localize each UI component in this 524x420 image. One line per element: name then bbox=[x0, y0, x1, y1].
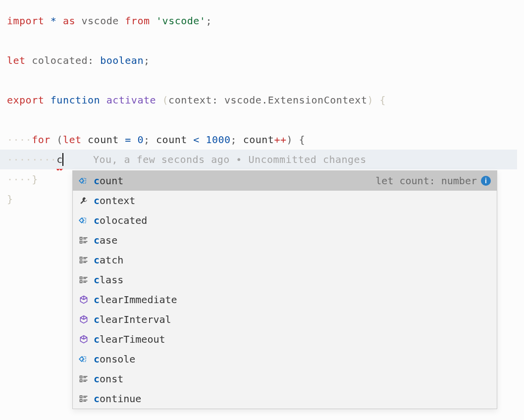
rbrace: } bbox=[7, 189, 13, 209]
code-line-blank bbox=[7, 110, 524, 130]
ident-colocated: colocated bbox=[32, 51, 88, 70]
info-icon[interactable]: i bbox=[481, 176, 491, 186]
suggest-item[interactable]: countlet count: numberi bbox=[73, 171, 497, 191]
suggest-item[interactable]: clearImmediate bbox=[73, 290, 497, 310]
code-line: export function activate ( context : vsc… bbox=[7, 90, 524, 110]
suggest-item[interactable]: colocated bbox=[73, 210, 497, 230]
code-line: let colocated : boolean ; bbox=[7, 51, 524, 70]
suggest-item[interactable]: continue bbox=[73, 389, 497, 409]
suggest-item[interactable]: console bbox=[73, 349, 497, 369]
keyword-icon bbox=[77, 255, 91, 265]
suggest-item-label: catch bbox=[91, 254, 123, 266]
num-zero: 0 bbox=[137, 130, 144, 150]
keyword-let: let bbox=[63, 130, 82, 150]
rbrace: } bbox=[32, 169, 38, 189]
whitespace-dots: ········ bbox=[7, 150, 56, 169]
suggest-item-label: const bbox=[91, 373, 123, 385]
module-icon bbox=[77, 295, 91, 305]
suggest-item-detail: let count: numberi bbox=[375, 175, 491, 187]
typed-char: c bbox=[56, 150, 63, 169]
dot: . bbox=[262, 90, 268, 110]
keyword-for: for bbox=[32, 130, 51, 150]
keyword-icon bbox=[77, 394, 91, 404]
func-activate: activate bbox=[106, 90, 156, 110]
git-blame-annotation: You, a few seconds ago • Uncommitted cha… bbox=[63, 150, 367, 169]
suggest-item-label: colocated bbox=[91, 214, 147, 226]
keyword-from: from bbox=[125, 11, 150, 31]
keyword-icon bbox=[77, 235, 91, 245]
semicolon: ; bbox=[144, 130, 150, 150]
module-icon bbox=[77, 334, 91, 344]
whitespace-dots: ···· bbox=[7, 130, 32, 150]
ident-count: count bbox=[243, 130, 274, 150]
suggest-item-label: clearImmediate bbox=[91, 294, 177, 306]
type-boolean: boolean bbox=[100, 51, 144, 70]
suggest-item-label: clearTimeout bbox=[91, 333, 165, 345]
suggest-item[interactable]: case bbox=[73, 230, 497, 250]
string-literal: 'vscode' bbox=[156, 11, 206, 31]
code-line-current[interactable]: ········ c You, a few seconds ago • Unco… bbox=[0, 150, 517, 169]
intellisense-widget[interactable]: countlet count: numbericontextcolocatedc… bbox=[72, 170, 497, 409]
star-token: * bbox=[51, 11, 57, 31]
suggest-item-label: case bbox=[91, 234, 117, 246]
suggest-item[interactable]: context bbox=[73, 191, 497, 210]
lbrace: { bbox=[299, 130, 306, 150]
op-increment: ++ bbox=[274, 130, 286, 150]
code-line: import * as vscode from 'vscode' ; bbox=[7, 11, 524, 31]
keyword-icon bbox=[77, 374, 91, 384]
ident-count: count bbox=[88, 130, 119, 150]
lbrace: { bbox=[380, 90, 386, 110]
param-context: context bbox=[168, 90, 212, 110]
code-line-blank bbox=[7, 31, 524, 51]
semicolon: ; bbox=[206, 11, 212, 31]
suggest-item[interactable]: const bbox=[73, 369, 497, 389]
suggest-item-label: count bbox=[91, 175, 123, 187]
ns-vscode: vscode bbox=[224, 90, 262, 110]
suggest-item-label: console bbox=[91, 353, 135, 365]
op-lt: < bbox=[193, 130, 200, 150]
suggest-item[interactable]: class bbox=[73, 270, 497, 290]
suggest-item-label: class bbox=[91, 274, 123, 286]
variable-icon bbox=[77, 176, 91, 186]
whitespace-dots: ···· bbox=[7, 169, 32, 189]
suggest-item-label: continue bbox=[91, 393, 141, 405]
suggest-item-label: clearInterval bbox=[91, 314, 171, 325]
keyword-function: function bbox=[51, 90, 100, 110]
keyword-export: export bbox=[7, 90, 44, 110]
wrench-icon bbox=[77, 196, 91, 206]
ident-count: count bbox=[156, 130, 187, 150]
ident-vscode: vscode bbox=[82, 11, 119, 31]
semicolon: ; bbox=[144, 51, 150, 70]
variable-icon bbox=[77, 354, 91, 364]
keyword-import: import bbox=[7, 11, 44, 31]
code-line: ···· for ( let count = 0 ; count < 1000 … bbox=[7, 130, 524, 150]
num-thousand: 1000 bbox=[206, 130, 230, 150]
op-eq: = bbox=[125, 130, 131, 150]
type-ext-ctx: ExtensionContext bbox=[268, 90, 367, 110]
suggest-item[interactable]: clearInterval bbox=[73, 310, 497, 329]
lparen: ( bbox=[56, 130, 63, 150]
colon: : bbox=[212, 90, 218, 110]
suggest-item[interactable]: catch bbox=[73, 250, 497, 270]
colon: : bbox=[88, 51, 94, 70]
lparen: ( bbox=[162, 90, 169, 110]
rparen: ) bbox=[367, 90, 373, 110]
suggest-item-label: context bbox=[91, 195, 135, 207]
keyword-icon bbox=[77, 275, 91, 285]
keyword-as: as bbox=[63, 11, 75, 31]
rparen: ) bbox=[287, 130, 293, 150]
variable-icon bbox=[77, 215, 91, 225]
semicolon: ; bbox=[231, 130, 237, 150]
code-line-blank bbox=[7, 70, 524, 90]
keyword-let: let bbox=[7, 51, 26, 70]
module-icon bbox=[77, 315, 91, 324]
suggest-item[interactable]: clearTimeout bbox=[73, 329, 497, 349]
